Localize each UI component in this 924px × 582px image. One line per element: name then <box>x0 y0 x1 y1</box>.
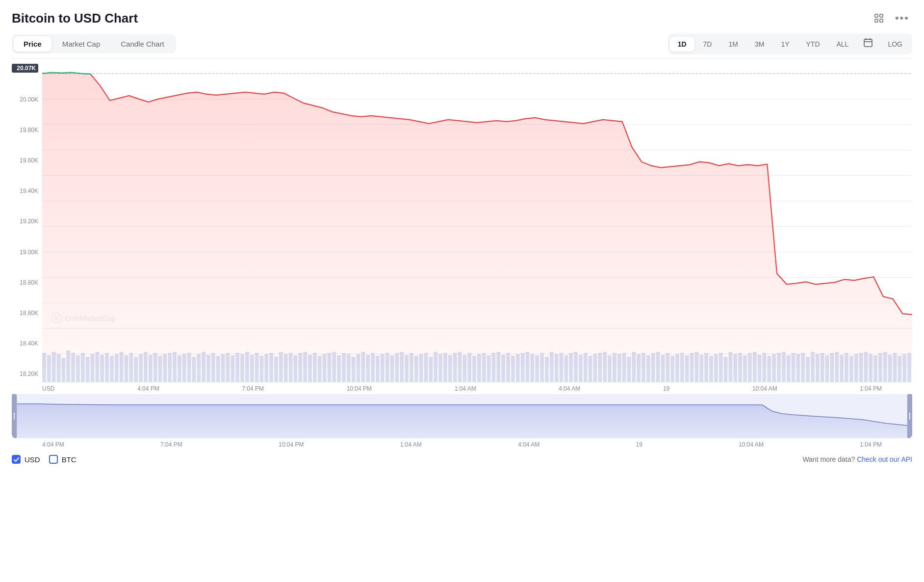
time-1y[interactable]: 1Y <box>773 37 797 52</box>
svg-rect-161 <box>709 356 713 382</box>
svg-rect-118 <box>501 355 505 382</box>
svg-rect-156 <box>685 355 689 382</box>
usd-checkbox[interactable] <box>12 455 21 464</box>
svg-rect-23 <box>42 353 46 382</box>
svg-rect-125 <box>535 355 539 382</box>
svg-rect-151 <box>661 355 665 382</box>
svg-rect-51 <box>178 355 181 382</box>
svg-rect-32 <box>86 357 90 382</box>
svg-rect-77 <box>303 352 307 382</box>
svg-rect-106 <box>443 353 447 382</box>
svg-rect-112 <box>472 356 476 382</box>
svg-rect-33 <box>91 354 95 382</box>
svg-rect-157 <box>690 353 694 382</box>
svg-rect-133 <box>574 352 578 382</box>
svg-rect-0 <box>875 14 878 17</box>
svg-rect-68 <box>260 356 264 382</box>
svg-rect-182 <box>811 352 815 382</box>
x-label-104pm: 1:04 PM <box>860 385 882 392</box>
time-period-controls: 1D 7D 1M 3M 1Y YTD ALL LOG <box>668 33 912 54</box>
svg-rect-122 <box>521 353 525 382</box>
svg-rect-115 <box>487 355 491 382</box>
svg-rect-80 <box>318 356 322 382</box>
svg-rect-159 <box>699 355 703 382</box>
svg-rect-163 <box>719 353 723 382</box>
svg-rect-104 <box>434 352 437 382</box>
x-axis: USD 4:04 PM 7:04 PM 10:04 PM 1:04 AM 4:0… <box>12 382 912 393</box>
svg-rect-149 <box>651 353 655 382</box>
svg-rect-31 <box>81 353 85 382</box>
svg-rect-164 <box>724 357 728 382</box>
svg-rect-85 <box>342 353 346 382</box>
usd-toggle[interactable]: USD <box>12 455 40 464</box>
svg-rect-105 <box>438 354 442 382</box>
time-log[interactable]: LOG <box>880 37 910 52</box>
svg-rect-4 <box>864 39 872 47</box>
svg-rect-53 <box>187 353 191 382</box>
more-options-button[interactable]: ••• <box>892 10 912 26</box>
svg-rect-168 <box>743 355 747 382</box>
y-axis: 20.07K 20.00K 19.80K 19.60K 19.40K 19.20… <box>12 59 42 382</box>
minimap-label-704pm: 7:04 PM <box>160 441 182 448</box>
svg-rect-64 <box>240 354 244 382</box>
svg-rect-79 <box>313 353 317 382</box>
svg-rect-101 <box>419 354 423 382</box>
tab-candle-chart[interactable]: Candle Chart <box>111 36 174 52</box>
svg-rect-171 <box>758 355 762 382</box>
svg-rect-50 <box>173 352 177 382</box>
svg-rect-200 <box>898 356 901 382</box>
svg-rect-191 <box>854 354 858 382</box>
chart-area: 20.07K 20.00K 19.80K 19.60K 19.40K 19.20… <box>12 58 912 382</box>
svg-rect-202 <box>907 353 911 382</box>
svg-rect-154 <box>675 354 679 382</box>
svg-rect-30 <box>76 355 80 382</box>
svg-rect-188 <box>840 355 844 382</box>
btc-toggle[interactable]: BTC <box>49 455 77 464</box>
tab-market-cap[interactable]: Market Cap <box>52 36 110 52</box>
chart-canvas <box>42 59 912 382</box>
svg-rect-95 <box>390 355 394 382</box>
x-label-404pm: 4:04 PM <box>137 385 159 392</box>
tab-price[interactable]: Price <box>14 36 51 52</box>
x-label-usd: USD <box>42 385 54 392</box>
minimap-label-1004am: 10:04 AM <box>739 441 764 448</box>
x-label-704pm: 7:04 PM <box>242 385 264 392</box>
time-7d[interactable]: 7D <box>695 37 720 52</box>
usd-label: USD <box>25 455 40 464</box>
minimap-area[interactable] <box>12 394 912 438</box>
svg-rect-114 <box>482 353 486 382</box>
svg-rect-142 <box>617 354 621 382</box>
fullscreen-button[interactable] <box>871 11 887 26</box>
svg-rect-102 <box>424 353 428 382</box>
time-ytd[interactable]: YTD <box>798 37 828 52</box>
svg-rect-117 <box>496 352 500 382</box>
currency-toggles: USD BTC <box>12 455 77 464</box>
svg-rect-174 <box>772 354 776 382</box>
svg-rect-57 <box>206 355 210 382</box>
svg-rect-123 <box>526 352 530 382</box>
svg-rect-176 <box>782 352 786 382</box>
svg-rect-35 <box>100 355 104 382</box>
svg-rect-193 <box>864 352 868 382</box>
svg-rect-169 <box>748 353 752 382</box>
time-1m[interactable]: 1M <box>720 37 745 52</box>
svg-rect-38 <box>115 354 119 382</box>
svg-rect-184 <box>821 353 824 382</box>
svg-rect-41 <box>129 353 133 382</box>
svg-rect-84 <box>337 355 341 382</box>
svg-rect-194 <box>869 354 873 382</box>
y-label: 19.80K <box>12 127 38 133</box>
y-label: 20.00K <box>12 96 38 103</box>
time-3m[interactable]: 3M <box>747 37 772 52</box>
minimap-fill <box>12 404 912 438</box>
time-calendar[interactable] <box>857 35 879 53</box>
svg-rect-196 <box>878 353 882 382</box>
time-all[interactable]: ALL <box>829 37 857 52</box>
time-1d[interactable]: 1D <box>670 37 694 52</box>
svg-rect-132 <box>569 353 573 382</box>
svg-rect-166 <box>733 354 737 382</box>
svg-rect-150 <box>656 352 660 382</box>
api-link[interactable]: Check out our API <box>857 455 912 463</box>
minimap-label-104am: 1:04 AM <box>400 441 422 448</box>
btc-checkbox[interactable] <box>49 455 58 464</box>
